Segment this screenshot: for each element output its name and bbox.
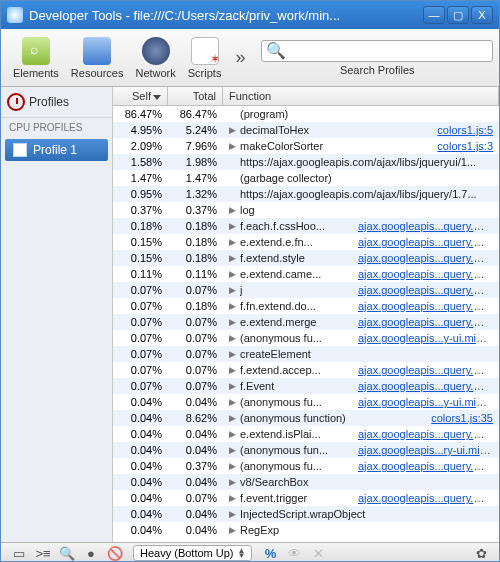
expand-icon[interactable]: ▶: [229, 221, 236, 231]
source-link[interactable]: ajax.googleapis...query.min.js:2: [358, 284, 493, 296]
expand-icon[interactable]: ▶: [229, 525, 236, 535]
expand-icon[interactable]: ▶: [229, 317, 236, 327]
sidebar-profiles-header[interactable]: Profiles: [1, 87, 112, 118]
table-row[interactable]: 0.15%0.18%▶f.extend.styleajax.googleapis…: [113, 250, 499, 266]
expand-icon[interactable]: ▶: [229, 461, 236, 471]
minimize-button[interactable]: —: [423, 6, 445, 24]
source-link[interactable]: ajax.googleapis...y-ui.min.js:14: [358, 332, 493, 344]
more-tabs-button[interactable]: »: [235, 47, 245, 68]
table-row[interactable]: 0.07%0.07%▶f.extend.accep...ajax.googlea…: [113, 362, 499, 378]
network-tab[interactable]: Network: [135, 37, 175, 79]
col-self[interactable]: Self: [113, 87, 168, 105]
source-link[interactable]: ajax.googleapis...y-ui.min.js:10: [358, 396, 493, 408]
expand-icon[interactable]: ▶: [229, 205, 236, 215]
view-select[interactable]: Heavy (Bottom Up) ▲▼: [133, 545, 252, 561]
expand-icon[interactable]: ▶: [229, 349, 236, 359]
clear-icon[interactable]: 🚫: [107, 545, 123, 561]
delete-icon[interactable]: ✕: [310, 545, 326, 561]
col-function[interactable]: Function: [223, 87, 499, 105]
source-link[interactable]: ajax.googleapis...ry-ui.min.js:9: [358, 444, 493, 456]
table-row[interactable]: 0.07%0.07%▶createElement: [113, 346, 499, 362]
search-box[interactable]: 🔍: [261, 40, 493, 62]
source-link[interactable]: ajax.googleapis...query.min.js:3: [358, 492, 493, 504]
table-row[interactable]: 0.04%0.37%▶(anonymous fu...ajax.googleap…: [113, 458, 499, 474]
focus-icon[interactable]: 👁: [286, 545, 302, 561]
source-link[interactable]: ajax.googleapis...query.min.js:4: [358, 300, 493, 312]
maximize-button[interactable]: ▢: [447, 6, 469, 24]
source-link[interactable]: ajax.googleapis...query.min.js:3: [358, 380, 493, 392]
table-row[interactable]: 2.09%7.96%▶makeColorSortercolors1.js:3: [113, 138, 499, 154]
expand-icon[interactable]: ▶: [229, 493, 236, 503]
grid-body[interactable]: 86.47%86.47%▶(program)4.95%5.24%▶decimal…: [113, 106, 499, 542]
settings-icon[interactable]: ✿: [473, 545, 489, 561]
table-row[interactable]: 4.95%5.24%▶decimalToHexcolors1.js:5: [113, 122, 499, 138]
col-total[interactable]: Total: [168, 87, 223, 105]
expand-icon[interactable]: ▶: [229, 429, 236, 439]
expand-icon[interactable]: ▶: [229, 445, 236, 455]
search-status-icon[interactable]: 🔍: [59, 545, 75, 561]
table-row[interactable]: 0.07%0.18%▶f.fn.extend.do...ajax.googlea…: [113, 298, 499, 314]
source-link[interactable]: ajax.googleapis...query.min.js:2: [358, 460, 493, 472]
source-link[interactable]: ajax.googleapis...query.min.js:4: [358, 252, 493, 264]
table-row[interactable]: 0.18%0.18%▶f.each.f.cssHoo...ajax.google…: [113, 218, 499, 234]
source-link[interactable]: ajax.googleapis...query.min.js:2: [358, 316, 493, 328]
source-link[interactable]: ajax.googleapis...query.min.js:2: [358, 428, 493, 440]
expand-icon[interactable]: ▶: [229, 141, 236, 151]
expand-icon[interactable]: ▶: [229, 477, 236, 487]
source-link[interactable]: ajax.googleapis...query.min.js:2: [358, 364, 493, 376]
expand-icon[interactable]: ▶: [229, 509, 236, 519]
cell-self: 0.15%: [113, 252, 168, 264]
expand-icon[interactable]: ▶: [229, 413, 236, 423]
table-row[interactable]: 0.04%0.04%▶(anonymous fu...ajax.googleap…: [113, 394, 499, 410]
source-link[interactable]: ajax.googleapis...query.min.js:4: [358, 220, 493, 232]
expand-icon[interactable]: ▶: [229, 365, 236, 375]
expand-icon[interactable]: ▶: [229, 381, 236, 391]
table-row[interactable]: 0.15%0.18%▶e.extend.e.fn...ajax.googleap…: [113, 234, 499, 250]
expand-icon[interactable]: ▶: [229, 269, 236, 279]
table-row[interactable]: 0.07%0.07%▶e.extend.mergeajax.googleapis…: [113, 314, 499, 330]
table-row[interactable]: 0.04%0.04%▶RegExp: [113, 522, 499, 538]
function-name: f.each.f.cssHoo...: [240, 220, 352, 232]
table-row[interactable]: 0.04%0.04%▶InjectedScript.wrapObject: [113, 506, 499, 522]
sidebar-item-profile1[interactable]: Profile 1: [5, 139, 108, 161]
table-row[interactable]: 0.37%0.37%▶log: [113, 202, 499, 218]
percent-toggle[interactable]: %: [262, 545, 278, 561]
expand-icon[interactable]: ▶: [229, 125, 236, 135]
cell-self: 0.04%: [113, 412, 168, 424]
table-row[interactable]: 0.95%1.32%▶https://ajax.googleapis.com/a…: [113, 186, 499, 202]
source-link[interactable]: colors1.js:3: [437, 140, 493, 152]
expand-icon[interactable]: ▶: [229, 237, 236, 247]
search-input[interactable]: [289, 44, 488, 58]
source-link[interactable]: ajax.googleapis...query.min.js:2: [358, 236, 493, 248]
table-row[interactable]: 0.04%8.62%▶(anonymous function)colors1.j…: [113, 410, 499, 426]
table-row[interactable]: 1.58%1.98%▶https://ajax.googleapis.com/a…: [113, 154, 499, 170]
table-row[interactable]: 0.11%0.11%▶e.extend.came...ajax.googleap…: [113, 266, 499, 282]
scripts-tab[interactable]: ✶ Scripts: [188, 37, 222, 79]
table-row[interactable]: 0.04%0.07%▶f.event.triggerajax.googleapi…: [113, 490, 499, 506]
expand-icon[interactable]: ▶: [229, 333, 236, 343]
cell-self: 0.04%: [113, 492, 168, 504]
source-link[interactable]: colors1.js:5: [437, 124, 493, 136]
table-row[interactable]: 0.04%0.04%▶v8/SearchBox: [113, 474, 499, 490]
table-row[interactable]: 0.07%0.07%▶f.Eventajax.googleapis...quer…: [113, 378, 499, 394]
table-row[interactable]: 0.07%0.07%▶jajax.googleapis...query.min.…: [113, 282, 499, 298]
console-icon[interactable]: ▭: [11, 545, 27, 561]
cell-total: 0.18%: [168, 220, 223, 232]
source-link[interactable]: ajax.googleapis...query.min.js:2: [358, 268, 493, 280]
close-button[interactable]: X: [471, 6, 493, 24]
resources-tab[interactable]: Resources: [71, 37, 124, 79]
table-row[interactable]: 1.47%1.47%▶(garbage collector): [113, 170, 499, 186]
table-row[interactable]: 0.07%0.07%▶(anonymous fu...ajax.googleap…: [113, 330, 499, 346]
expand-icon[interactable]: ▶: [229, 285, 236, 295]
expand-icon[interactable]: ▶: [229, 253, 236, 263]
source-link[interactable]: colors1.js:35: [431, 412, 493, 424]
record-icon[interactable]: ●: [83, 545, 99, 561]
drawer-icon[interactable]: >≡: [35, 545, 51, 561]
elements-tab[interactable]: ⌕ Elements: [13, 37, 59, 79]
table-row[interactable]: 86.47%86.47%▶(program): [113, 106, 499, 122]
cell-function: ▶f.event.triggerajax.googleapis...query.…: [223, 492, 499, 504]
table-row[interactable]: 0.04%0.04%▶(anonymous fun...ajax.googlea…: [113, 442, 499, 458]
table-row[interactable]: 0.04%0.04%▶e.extend.isPlai...ajax.google…: [113, 426, 499, 442]
expand-icon[interactable]: ▶: [229, 301, 236, 311]
expand-icon[interactable]: ▶: [229, 397, 236, 407]
